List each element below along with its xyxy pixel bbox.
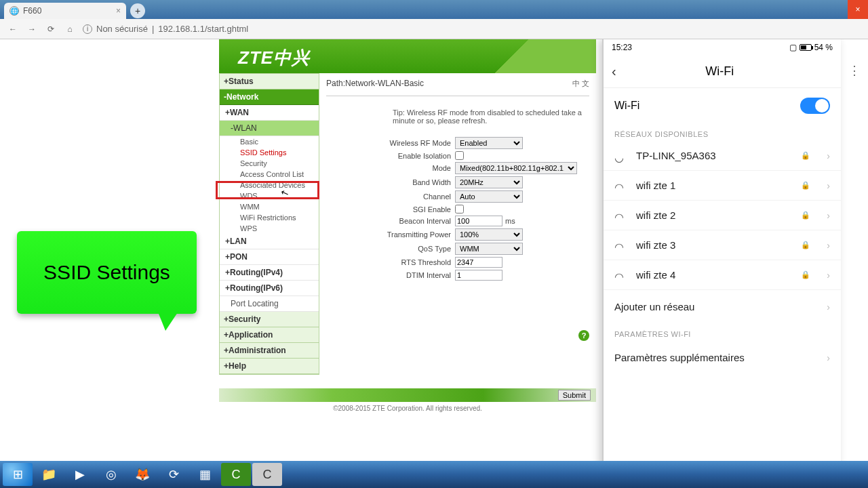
sidebar-item-lan[interactable]: +LAN [220, 234, 319, 249]
network-row[interactable]: ◠wifi zte 3🔒› [604, 230, 841, 260]
vibrate-icon: ▢ [789, 43, 797, 52]
browser-tab[interactable]: 🌐 F660 × [4, 3, 126, 19]
extra-params-label: Paramètres supplémentaires [614, 352, 745, 363]
lock-icon: 🔒 [801, 181, 810, 190]
sidebar: +Status -Network +WAN -WLAN Basic SSID S… [219, 73, 319, 375]
network-row[interactable]: ◠wifi zte 2🔒› [604, 201, 841, 230]
checkbox-isolation[interactable] [455, 151, 464, 160]
sidebar-item-help[interactable]: +Help [220, 359, 319, 374]
forward-icon[interactable]: → [26, 23, 38, 35]
select-bandwidth[interactable]: 20MHz [455, 176, 523, 188]
submit-button[interactable]: Submit [558, 390, 591, 401]
firefox-icon[interactable]: 🦊 [127, 463, 157, 486]
lock-icon: 🔒 [801, 241, 810, 249]
add-network-row[interactable]: Ajouter un réseau › [604, 290, 841, 323]
callout-tail [157, 310, 179, 331]
checkbox-sgi[interactable] [455, 205, 464, 214]
label-beacon: Beacon Interval [326, 217, 455, 225]
globe-icon: 🌐 [9, 6, 19, 16]
select-channel[interactable]: Auto [455, 190, 523, 203]
explorer-icon[interactable]: 📁 [34, 463, 64, 486]
lock-icon: 🔒 [801, 151, 810, 160]
input-rts[interactable] [455, 257, 502, 268]
wifi-toggle[interactable] [800, 98, 830, 114]
sidebar-item-port-locating[interactable]: Port Locating [220, 296, 319, 312]
camtasia-icon[interactable]: C [221, 463, 251, 486]
sidebar-item-pon[interactable]: +PON [220, 249, 319, 265]
sidebar-item-application[interactable]: +Application [220, 327, 319, 343]
wifi-icon: ◠ [614, 241, 627, 250]
copyright-text: ©2008-2015 ZTE Corporation. All rights r… [219, 402, 596, 415]
wifi-icon: ◡ [614, 151, 627, 161]
chevron-right-icon[interactable]: › [827, 180, 830, 191]
callout-text: SSID Settings [43, 261, 170, 284]
phone-status-bar: 15:23 ▢ 54 % [604, 39, 841, 56]
phone-title: Wi-Fi [622, 64, 818, 79]
help-icon[interactable]: ? [578, 330, 589, 341]
sidebar-item-security-main[interactable]: +Security [220, 312, 319, 327]
label-bandwidth: Band Width [326, 178, 455, 186]
sidebar-item-ssid-settings[interactable]: SSID Settings [220, 147, 319, 158]
camtasia-editor-icon[interactable]: C [252, 463, 282, 486]
app-icon[interactable]: ▦ [190, 463, 220, 486]
browser-tab-bar: 🌐 F660 × + × [0, 0, 868, 19]
sidebar-item-wmm[interactable]: WMM [220, 201, 319, 212]
sidebar-item-network[interactable]: -Network [220, 89, 319, 105]
wifi-toggle-row[interactable]: Wi-Fi [604, 88, 841, 123]
input-beacon[interactable] [455, 216, 502, 226]
network-row[interactable]: ◡TP-LINK_95A363🔒› [604, 141, 841, 171]
sidebar-item-wps[interactable]: WPS [220, 223, 319, 234]
input-dtim[interactable] [455, 270, 502, 281]
sidebar-item-wifi-restrictions[interactable]: WiFi Restrictions [220, 212, 319, 223]
wifi-icon: ◠ [614, 211, 627, 220]
chrome-icon[interactable]: ◎ [96, 463, 126, 486]
home-icon[interactable]: ⌂ [64, 23, 76, 35]
chevron-right-icon[interactable]: › [827, 270, 830, 281]
sidebar-item-routing-ipv4[interactable]: +Routing(IPv4) [220, 265, 319, 281]
chevron-right-icon[interactable]: › [827, 240, 830, 251]
network-row[interactable]: ◠wifi zte 1🔒› [604, 171, 841, 201]
sidebar-item-wlan[interactable]: -WLAN [220, 121, 319, 136]
sidebar-item-assoc-devices[interactable]: Associated Devices [220, 180, 319, 190]
new-tab-button[interactable]: + [130, 3, 145, 18]
close-tab-icon[interactable]: × [116, 6, 121, 16]
maximize-button[interactable] [827, 0, 848, 19]
language-switch[interactable]: 中 文 [572, 79, 589, 89]
tip-text: Tip: Wireless RF mode from disabled to s… [393, 108, 589, 125]
chevron-right-icon[interactable]: › [827, 150, 830, 161]
minimize-button[interactable] [807, 0, 827, 19]
available-networks-label: RÉSEAUX DISPONIBLES [604, 123, 841, 141]
select-qos[interactable]: WMM [455, 243, 523, 255]
extra-params-row[interactable]: Paramètres supplémentaires › [604, 341, 841, 374]
network-row[interactable]: ◠wifi zte 4🔒› [604, 260, 841, 290]
browser-menu-icon[interactable]: ⋮ [845, 61, 864, 80]
reload-icon[interactable]: ⟳ [45, 23, 57, 35]
sidebar-item-basic[interactable]: Basic [220, 136, 319, 147]
sidebar-item-wan[interactable]: +WAN [220, 105, 319, 121]
wifi-params-label: PARAMÈTRES WI-FI [604, 323, 841, 341]
sidebar-item-routing-ipv6[interactable]: +Routing(IPv6) [220, 281, 319, 296]
sidebar-item-security[interactable]: Security [220, 158, 319, 169]
back-icon[interactable]: ‹ [612, 64, 616, 79]
window-close-button[interactable]: × [848, 0, 868, 19]
select-rf-mode[interactable]: Enabled [455, 137, 523, 149]
sidebar-item-status[interactable]: +Status [220, 74, 319, 89]
browser-icon[interactable]: ⟳ [159, 463, 189, 486]
url-text: 192.168.1.1/start.ghtml [158, 24, 248, 34]
select-txpower[interactable]: 100% [455, 228, 523, 241]
sidebar-item-wds[interactable]: WDS [220, 190, 319, 201]
sidebar-item-administration[interactable]: +Administration [220, 343, 319, 359]
select-mode[interactable]: Mixed(802.11b+802.11g+802.11n) [455, 162, 577, 174]
battery-percent: 54 % [814, 43, 833, 52]
back-icon[interactable]: ← [7, 23, 19, 35]
windows-taskbar: ⊞ 📁 ▶ ◎ 🦊 ⟳ ▦ C C [0, 461, 868, 488]
banner: ZTE中兴 [219, 39, 596, 73]
start-button[interactable]: ⊞ [3, 463, 33, 486]
chevron-right-icon: › [827, 352, 830, 363]
media-player-icon[interactable]: ▶ [65, 463, 95, 486]
chevron-right-icon[interactable]: › [827, 210, 830, 221]
callout-bubble: SSID Settings [17, 231, 197, 314]
chevron-right-icon: › [827, 302, 830, 312]
url-box[interactable]: i Non sécurisé | 192.168.1.1/start.ghtml [83, 24, 248, 34]
sidebar-item-acl[interactable]: Access Control List [220, 169, 319, 180]
